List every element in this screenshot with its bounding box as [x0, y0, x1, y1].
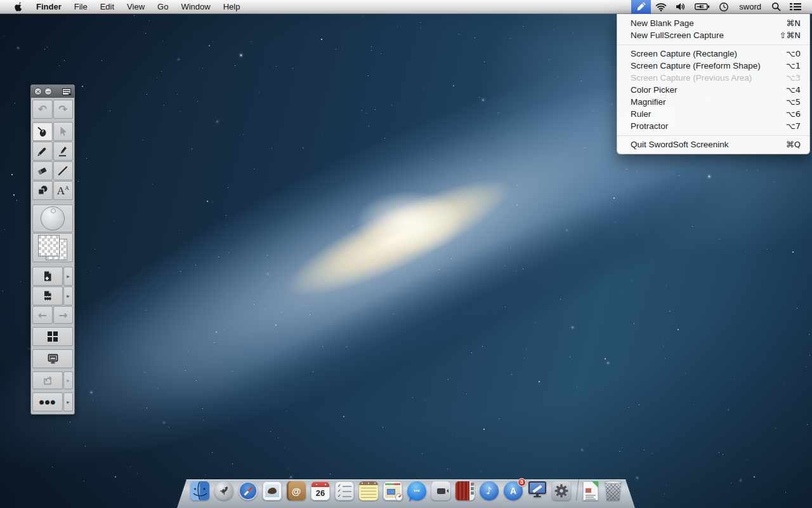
document-curl — [592, 481, 598, 488]
menu-view[interactable]: View — [121, 2, 151, 11]
menu-window[interactable]: Window — [174, 2, 216, 11]
menu-go[interactable]: Go — [151, 2, 174, 11]
dock-icon-app-store[interactable]: A 3 — [504, 481, 523, 500]
menu-item-new-fullscreen-capture[interactable]: New FullScreen Capture ⇧⌘N — [617, 29, 809, 41]
clock-menu-extra[interactable] — [714, 0, 733, 14]
document-image — [586, 488, 591, 493]
trash-mesh — [605, 482, 622, 500]
stamp-icon — [265, 485, 279, 497]
menu-item-shortcut: ⌥4 — [786, 84, 801, 96]
menu-bar-right: sword — [631, 0, 812, 14]
dock-icon-mail[interactable] — [263, 481, 282, 500]
user-menu-extra[interactable]: sword — [733, 2, 767, 11]
menu-item-label: New Blank Page — [631, 17, 694, 29]
video-camera-icon — [437, 488, 445, 494]
palette-close-button[interactable]: × — [34, 88, 42, 95]
apple-menu[interactable] — [8, 0, 30, 14]
rocket-icon — [218, 485, 230, 497]
dock-icon-swordsoft-screenink[interactable] — [528, 481, 547, 500]
dock-icon-system-preferences[interactable] — [552, 481, 571, 500]
share-button — [32, 371, 63, 389]
active-app-menu[interactable]: Finder — [30, 2, 68, 11]
redo-button: ↷ — [53, 100, 74, 119]
dock-icon-messages[interactable]: ••• — [407, 481, 426, 500]
messages-dots-glyph: ••• — [414, 488, 419, 494]
new-page-button[interactable] — [32, 267, 63, 286]
pages-grid-button[interactable] — [32, 327, 73, 346]
dock-icon-facetime[interactable] — [431, 481, 450, 500]
menu-item-label: Quit SwordSoft Screenink — [631, 138, 729, 150]
palette-menu-button[interactable] — [62, 88, 71, 95]
more-tools-options-button[interactable]: ▸ — [63, 392, 73, 411]
menu-edit[interactable]: Edit — [94, 2, 121, 11]
wifi-menu-extra[interactable] — [651, 0, 671, 14]
mouse-pen-tool-button[interactable] — [32, 122, 53, 141]
transparency-swatch-button[interactable] — [32, 233, 73, 262]
back-page-button: ← — [32, 306, 53, 324]
cursor-tool-button — [53, 122, 74, 141]
capture-page-options-button[interactable]: ▸ — [63, 286, 73, 305]
line-tool-button[interactable] — [53, 161, 74, 180]
color-ball-button[interactable] — [32, 204, 73, 232]
screenink-tool-palette: × − ↶ ↷ — [30, 84, 75, 415]
notification-center-menu-extra[interactable] — [785, 0, 806, 14]
battery-menu-extra[interactable] — [690, 0, 714, 14]
dock-icon-photo-booth[interactable] — [455, 481, 475, 500]
dock-icon-launchpad[interactable] — [214, 481, 233, 500]
menu-item-screen-capture-previous-area: Screen Capture (Previous Area) ⌥3 — [617, 72, 809, 84]
clock-icon — [719, 2, 729, 12]
menu-item-label: Screen Capture (Freeform Shape) — [631, 60, 761, 72]
monitor-button[interactable] — [32, 349, 73, 368]
music-note-glyph: ♪ — [486, 485, 492, 497]
text-tool-button[interactable]: AA — [53, 181, 74, 200]
menu-item-protractor[interactable]: Protractor ⌥7 — [617, 120, 809, 132]
menu-item-screen-capture-rectangle[interactable]: Screen Capture (Rectangle) ⌥0 — [617, 48, 809, 60]
menu-file[interactable]: File — [68, 2, 94, 11]
menu-item-magnifier[interactable]: Magnifier ⌥5 — [617, 96, 809, 108]
marker-tool-button[interactable] — [53, 142, 74, 161]
spotlight-menu-extra[interactable] — [767, 0, 785, 14]
dock-icon-safari[interactable] — [239, 481, 258, 500]
palette-minimize-button[interactable]: − — [44, 88, 52, 95]
dock-icon-notes[interactable] — [359, 481, 378, 500]
dock-icon-calendar[interactable]: 26 — [311, 481, 330, 500]
spotlight-icon — [771, 2, 781, 11]
shapes-tool-button[interactable] — [32, 181, 53, 200]
capture-page-button[interactable] — [32, 286, 63, 305]
volume-menu-extra[interactable] — [671, 0, 690, 14]
notification-list-icon — [790, 3, 801, 11]
menu-separator — [617, 135, 809, 136]
dock-icon-webpage-compass[interactable] — [383, 481, 402, 500]
pencil-tool-button[interactable] — [32, 142, 53, 161]
trash-rim — [605, 481, 622, 484]
back-arrow-icon: ← — [38, 310, 47, 321]
compass-badge-icon — [395, 493, 403, 501]
menu-item-color-picker[interactable]: Color Picker ⌥4 — [617, 84, 809, 96]
dock-icon-document[interactable] — [583, 481, 598, 500]
menu-item-quit-screenink[interactable]: Quit SwordSoft Screenink ⌘Q — [617, 138, 809, 150]
menu-item-label: Ruler — [631, 108, 651, 120]
dock-icon-finder[interactable] — [190, 481, 209, 500]
menu-item-screen-capture-freeform[interactable]: Screen Capture (Freeform Shape) ⌥1 — [617, 60, 809, 72]
menu-item-shortcut: ⇧⌘N — [779, 29, 801, 41]
screenink-monitor-icon — [528, 481, 546, 494]
menu-item-new-blank-page[interactable]: New Blank Page ⌘N — [617, 17, 809, 29]
menu-separator — [617, 44, 809, 45]
menu-help[interactable]: Help — [217, 2, 247, 11]
menu-bar: Finder File Edit View Go Window Help — [0, 0, 812, 14]
dock-icon-itunes[interactable]: ♪ — [480, 481, 499, 500]
pencil-icon — [636, 1, 646, 12]
dock-icon-trash[interactable] — [605, 481, 622, 500]
dock: @ 26 ✓ ✓ ✓ ••• — [0, 475, 812, 508]
dock-icon-reminders[interactable]: ✓ ✓ ✓ — [335, 481, 354, 500]
menu-item-shortcut: ⌥3 — [786, 72, 801, 84]
new-page-options-button[interactable]: ▸ — [63, 267, 73, 286]
marker-icon — [57, 145, 69, 157]
dock-icon-contacts[interactable]: @ — [287, 481, 306, 500]
at-sign-glyph: @ — [292, 486, 301, 497]
menu-item-ruler[interactable]: Ruler ⌥6 — [617, 108, 809, 120]
eraser-tool-button[interactable] — [32, 161, 53, 180]
screenink-menu-extra[interactable] — [631, 0, 651, 14]
more-tools-button[interactable]: ●●● — [32, 392, 63, 411]
palette-title-bar[interactable]: × − — [31, 85, 74, 98]
